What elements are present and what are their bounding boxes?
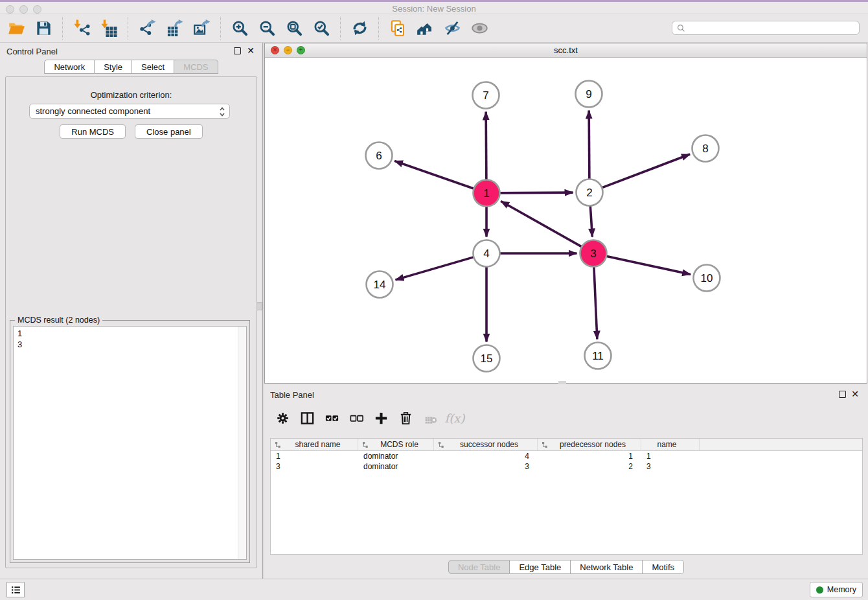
graph-node-1[interactable]: 1 [474,180,500,207]
result-scrollbar[interactable] [238,327,246,559]
graph-node-8[interactable]: 8 [692,135,719,162]
graph-node-9[interactable]: 9 [576,81,602,108]
task-history-button[interactable] [6,582,25,597]
select-all-icon [325,411,339,426]
criterion-select[interactable]: strongly connected component [29,104,230,119]
refresh-button[interactable] [350,18,369,39]
graph-edge-2-3[interactable] [590,203,592,237]
add-row-icon [374,411,389,426]
import-network-icon [73,19,91,37]
export-image-icon [193,19,211,37]
graph-edge-3-11[interactable] [594,264,597,339]
graph-edge-1-7[interactable] [486,111,486,182]
zoom-in-button[interactable] [230,18,249,39]
graph-edge-1-2[interactable] [497,192,573,193]
svg-text:10: 10 [701,272,713,284]
tab-motifs[interactable]: Motifs [643,560,684,574]
table-row[interactable]: 1dominator411 [271,451,862,461]
optimization-criterion-label: Optimization criterion: [6,90,257,100]
horizontal-splitter-handle[interactable] [558,381,566,384]
graph-edge-3-10[interactable] [604,256,691,275]
tab-select[interactable]: Select [132,60,174,74]
save-session-button[interactable] [34,18,53,39]
column-header-name[interactable]: name [641,439,700,450]
zoom-selected-button[interactable] [312,18,331,39]
svg-text:1: 1 [483,187,489,200]
export-image-button[interactable] [192,18,211,39]
graph-node-10[interactable]: 10 [694,265,720,292]
tab-network-table[interactable]: Network Table [571,560,643,574]
settings-icon [275,411,290,426]
toolbar-separator [220,17,221,40]
settings-button[interactable] [273,408,292,428]
column-header-shared-name[interactable]: shared name [271,439,358,450]
table-float-panel-icon[interactable] [839,391,846,398]
graph-node-2[interactable]: 2 [577,179,603,206]
tab-style[interactable]: Style [95,60,132,74]
search-input[interactable] [685,22,859,34]
column-header-successor-nodes[interactable]: successor nodes [434,439,538,450]
svg-text:11: 11 [592,350,604,362]
deselect-all-icon [349,411,364,426]
tab-network[interactable]: Network [44,60,95,74]
graph-edge-1-6[interactable] [394,161,476,189]
table-panel-tabs: Node TableEdge TableNetwork TableMotifs [264,560,868,574]
graph-node-15[interactable]: 15 [474,345,500,372]
graph-node-4[interactable]: 4 [474,240,500,267]
list-icon [10,584,21,595]
graph-edge-2-9[interactable] [589,110,589,181]
search-box [672,21,860,35]
zoom-out-button[interactable] [257,18,277,39]
clone-network-button[interactable] [388,18,407,39]
delete-row-button[interactable] [396,408,415,428]
show-panel-button[interactable] [470,18,489,39]
memory-button[interactable]: Memory [810,582,863,597]
float-panel-icon[interactable] [234,47,241,54]
graph-node-3[interactable]: 3 [580,240,607,267]
hide-panel-button[interactable] [442,18,462,39]
refresh-icon [351,19,369,37]
export-network-button[interactable] [137,18,157,39]
graph-edge-2-8[interactable] [599,154,690,189]
import-table-button[interactable] [99,18,119,39]
graph-node-14[interactable]: 14 [367,271,393,298]
import-network-button[interactable] [72,18,91,39]
tab-node-table[interactable]: Node Table [448,560,510,574]
export-table-icon [166,19,183,37]
network-window-titlebar: ✕ − + scc.txt [265,43,867,58]
control-panel-tabs: NetworkStyleSelectMCDS [0,60,262,74]
columns-icon [300,411,315,426]
node-table: shared name MCDS role successor nodes pr… [270,438,863,555]
home-networks-button[interactable] [415,18,435,39]
zoom-fit-button[interactable] [284,18,304,39]
table-close-panel-icon[interactable]: ✕ [851,389,859,399]
tab-edge-table[interactable]: Edge Table [510,560,571,574]
table-cell: dominator [358,451,434,461]
toolbar-separator [378,17,379,40]
graph-node-11[interactable]: 11 [585,343,611,369]
table-cell: 1 [641,451,700,461]
column-header-MCDS-role[interactable]: MCDS role [358,439,434,450]
mcds-result-group: MCDS result (2 nodes) 1 3 [10,320,250,563]
run-mcds-button[interactable]: Run MCDS [60,124,126,139]
export-table-button[interactable] [165,18,184,39]
close-panel-button[interactable]: Close panel [135,124,203,139]
close-panel-icon[interactable]: ✕ [247,45,255,56]
graph-node-6[interactable]: 6 [366,143,393,169]
open-session-button[interactable] [6,18,26,39]
network-graph-canvas[interactable]: 7968124314101511 [265,58,867,383]
memory-label: Memory [827,585,856,594]
graph-edge-4-14[interactable] [395,257,476,280]
deselect-all-button[interactable] [347,408,366,428]
add-row-button[interactable] [371,408,391,428]
tab-mcds[interactable]: MCDS [174,60,218,74]
graph-edge-3-1[interactable] [501,202,584,248]
columns-button[interactable] [297,408,317,428]
column-header-predecessor-nodes[interactable]: predecessor nodes [538,439,641,450]
table-panel-title: Table Panel [270,390,314,400]
mcds-result-text[interactable]: 1 3 [13,326,247,560]
vertical-splitter-handle[interactable] [257,302,262,310]
graph-node-7[interactable]: 7 [473,82,499,109]
select-all-button[interactable] [322,408,341,428]
table-row[interactable]: 3dominator323 [271,461,862,472]
